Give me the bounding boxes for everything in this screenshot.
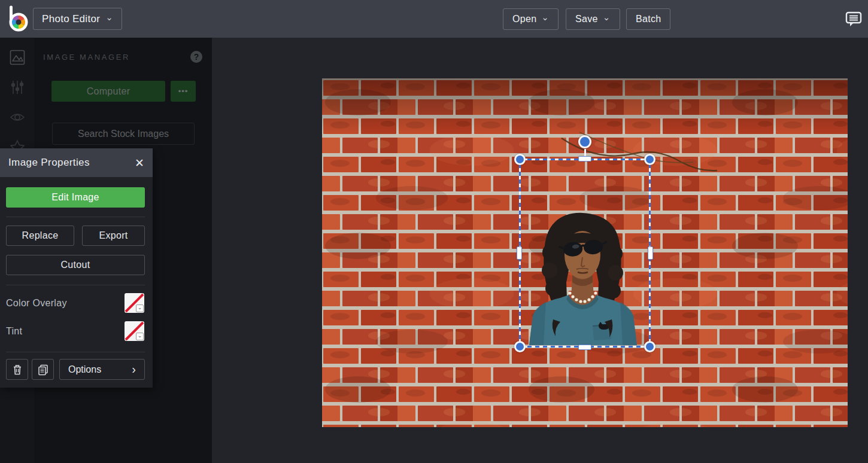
befunky-logo[interactable] <box>6 5 30 32</box>
divider <box>6 352 145 352</box>
chevron-down-icon: ⌄ <box>105 14 113 20</box>
copy-icon <box>37 364 49 376</box>
tint-swatch[interactable]: ⌄ <box>125 321 144 341</box>
resize-handle-top-center[interactable] <box>578 156 591 162</box>
selection-box[interactable] <box>520 159 650 347</box>
delete-button[interactable] <box>6 359 28 380</box>
chevron-right-icon: › <box>132 363 136 376</box>
trash-icon <box>11 364 23 376</box>
color-overlay-label: Color Overlay <box>6 298 67 309</box>
swatch-dropdown-icon[interactable]: ⌄ <box>136 333 144 340</box>
save-button[interactable]: Save ⌄ <box>566 8 620 30</box>
feedback-chat-icon[interactable] <box>845 10 863 28</box>
image-properties-panel: Image Properties ✕ Edit Image Replace Ex… <box>0 148 153 388</box>
resize-handle-bottom-right[interactable] <box>644 341 655 352</box>
duplicate-button[interactable] <box>32 359 54 380</box>
chevron-down-icon: ⌄ <box>541 14 549 20</box>
export-button[interactable]: Export <box>82 226 145 246</box>
resize-handle-top-right[interactable] <box>644 154 655 165</box>
open-button[interactable]: Open ⌄ <box>503 8 559 30</box>
resize-handle-bottom-center[interactable] <box>578 345 591 350</box>
swatch-dropdown-icon[interactable]: ⌄ <box>136 304 144 312</box>
edit-image-button[interactable]: Edit Image <box>6 187 145 208</box>
save-label: Save <box>575 14 598 25</box>
batch-button[interactable]: Batch <box>626 8 670 30</box>
image-properties-header: Image Properties ✕ <box>0 148 153 177</box>
brick-wall-photo[interactable] <box>322 78 848 427</box>
divider <box>6 217 145 217</box>
tint-label: Tint <box>6 326 22 337</box>
color-overlay-swatch[interactable]: ⌄ <box>125 293 144 313</box>
batch-label: Batch <box>636 14 661 25</box>
image-properties-title: Image Properties <box>8 157 90 169</box>
options-label: Options <box>68 364 101 375</box>
rotation-handle[interactable] <box>578 135 591 148</box>
resize-handle-middle-right[interactable] <box>648 246 653 260</box>
replace-button[interactable]: Replace <box>6 226 74 246</box>
top-bar: Photo Editor ⌄ Open ⌄ Save ⌄ Batch <box>0 0 868 38</box>
resize-handle-top-left[interactable] <box>514 154 526 165</box>
options-button[interactable]: Options › <box>59 359 145 380</box>
resize-handle-middle-left[interactable] <box>517 246 522 260</box>
app-menu-label: Photo Editor <box>42 13 100 25</box>
resize-handle-bottom-left[interactable] <box>514 341 526 352</box>
divider <box>6 285 145 285</box>
cutout-button[interactable]: Cutout <box>6 255 145 275</box>
close-icon[interactable]: ✕ <box>135 157 144 169</box>
app-menu-button[interactable]: Photo Editor ⌄ <box>33 8 122 30</box>
open-label: Open <box>512 14 536 25</box>
chevron-down-icon: ⌄ <box>603 14 611 20</box>
canvas-area[interactable] <box>212 38 868 463</box>
